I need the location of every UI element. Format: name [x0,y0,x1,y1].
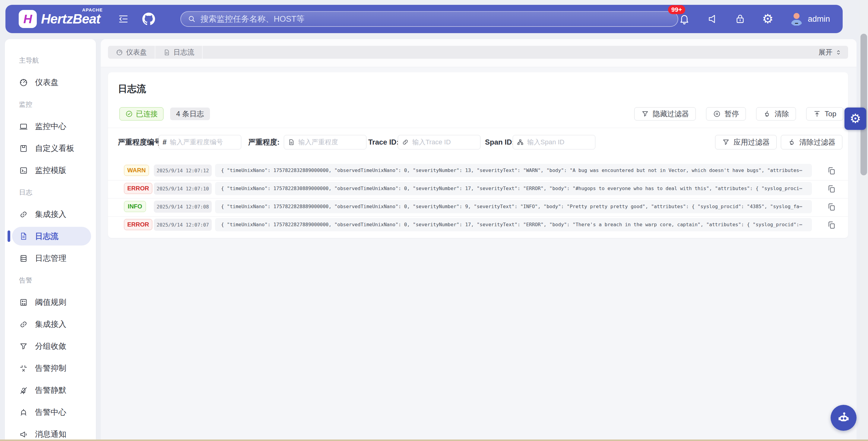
search-bar[interactable] [180,11,678,27]
divider [108,128,848,128]
alarm-bell-icon [19,408,28,417]
log-timestamp: 2025/9/14 12:07:10 [154,182,212,195]
announcement-button[interactable] [707,13,718,25]
log-content[interactable]: { "timeUnixNano": 1757822830889000000, "… [215,182,812,195]
sidebar-section-alert: 告警 [5,269,96,291]
sidebar-item-label: 告警抑制 [35,363,66,374]
sidebar-item-label: 日志流 [35,231,59,242]
button-label: 隐藏过滤器 [653,109,689,119]
sidebar-item-alert-silence[interactable]: 告警静默 [5,379,96,401]
copy-button[interactable] [827,184,836,193]
sidebar-item-custom-board[interactable]: 自定义看板 [5,137,96,159]
lock-icon [734,13,746,25]
hertzbeat-logo-icon: H [19,10,37,28]
github-button[interactable] [142,13,155,25]
sidebar-item-alert-center[interactable]: 告警中心 [5,401,96,423]
sidebar-item-alert-suppression[interactable]: 告警抑制 [5,357,96,379]
board-icon [19,144,28,153]
button-label: Top [825,110,836,118]
log-stream-card: 日志流 已连接 4 条日志 隐藏过滤器 暂停 清除 [108,72,848,238]
severity-number-input[interactable] [169,138,237,146]
sidebar-item-label: 监控中心 [35,121,66,132]
user-menu[interactable]: admin [789,12,830,26]
log-row: ERROR 2025/9/14 12:07:10 { "timeUnixNano… [108,180,848,199]
brand-name-text: HertzBeat [41,11,100,26]
sidebar-item-label: 日志管理 [35,253,66,264]
log-content[interactable]: { "timeUnixNano": 1757822827889000000, "… [215,218,812,231]
scrollbar-thumb[interactable] [861,34,867,175]
calculator-icon [19,298,28,307]
span-id-input-wrap [513,135,595,149]
sidebar-item-label: 分组收敛 [35,341,66,351]
sidebar-item-group-convergence[interactable]: 分组收敛 [5,335,96,357]
sidebar-item-label: 阈值规则 [35,297,66,308]
sidebar-item-message-notification[interactable]: 消息通知 [5,423,96,441]
expand-toggle[interactable]: 展开 [818,47,848,57]
check-circle-icon [125,110,133,118]
sidebar-item-label: 监控模版 [35,165,66,176]
sidebar-item-label: 消息通知 [35,429,66,440]
lock-button[interactable] [734,13,746,25]
header-actions: 99+ ⚙︎ admin [678,12,830,26]
sidebar-item-monitor-template[interactable]: 监控模版 [5,159,96,181]
sidebar-item-log-stream[interactable]: 日志流 [12,227,91,245]
log-row: WARN 2025/9/14 12:07:12 { "timeUnixNano"… [108,162,848,180]
settings-panel-button[interactable]: ⚙︎ [844,107,866,130]
sitemap-icon [517,139,524,146]
severity-input[interactable] [298,138,363,146]
menu-fold-button[interactable] [118,13,129,25]
pause-button[interactable]: 暂停 [706,107,746,121]
scroll-to-top-button[interactable]: Top [806,107,843,121]
sidebar-item-log-integration[interactable]: 集成接入 [5,203,96,225]
file-icon [163,49,170,56]
copy-icon [827,220,836,230]
ai-assistant-button[interactable] [831,405,857,431]
gear-icon: ⚙︎ [849,112,861,125]
sidebar-item-monitor-center[interactable]: 监控中心 [5,115,96,137]
sidebar-item-label: 集成接入 [35,209,66,219]
clear-button[interactable]: 清除 [756,107,796,121]
apply-filters-button[interactable]: 应用过滤器 [715,135,777,149]
copy-icon [827,202,836,211]
copy-button[interactable] [827,220,836,230]
app-header: H HertzBeat APACHE 99+ [5,5,843,33]
settings-button[interactable]: ⚙︎ [762,13,774,25]
tab-label: 仪表盘 [126,47,147,57]
gauge-icon [116,49,123,56]
search-input[interactable] [200,14,671,24]
severity-badge: INFO [124,201,146,212]
tab-log-stream[interactable]: 日志流 [155,46,203,59]
sidebar-section-log: 日志 [5,181,96,203]
sidebar-item-alert-integration[interactable]: 集成接入 [5,313,96,335]
hide-filters-button[interactable]: 隐藏过滤器 [634,107,696,121]
sidebar-section-main: 主导航 [5,49,96,71]
mute-icon [19,386,28,395]
tab-dashboard[interactable]: 仪表盘 [108,46,155,59]
file-text-icon [19,232,28,241]
monitor-icon [19,122,28,131]
robot-icon [836,410,851,425]
broom-icon [763,110,771,118]
sidebar-item-log-management[interactable]: 日志管理 [5,247,96,269]
clear-filters-button[interactable]: 清除过滤器 [781,135,842,149]
copy-button[interactable] [827,202,836,211]
sidebar-item-label: 自定义看板 [35,143,74,154]
username: admin [808,14,830,24]
trace-id-input-wrap [398,135,480,149]
log-content[interactable]: { "timeUnixNano": 1757822832889000000, "… [215,164,812,177]
trace-id-input[interactable] [412,138,476,146]
log-content[interactable]: { "timeUnixNano": 1757822828889000000, "… [215,200,812,213]
filter-buttons: 应用过滤器 清除过滤器 [715,135,842,149]
hash-icon: # [162,138,166,146]
sidebar-item-label: 集成接入 [35,319,66,330]
tab-label: 日志流 [174,47,194,57]
notifications-button[interactable]: 99+ [678,13,690,25]
sidebar-item-dashboard[interactable]: 仪表盘 [5,71,96,93]
scrollbar-track[interactable] [860,0,868,441]
sidebar-item-label: 告警中心 [35,407,66,417]
github-icon [142,13,155,25]
sidebar-item-threshold-rules[interactable]: 阈值规则 [5,291,96,313]
span-id-input[interactable] [527,138,591,146]
copy-button[interactable] [827,166,836,175]
brand-logo[interactable]: H HertzBeat APACHE [19,10,100,28]
